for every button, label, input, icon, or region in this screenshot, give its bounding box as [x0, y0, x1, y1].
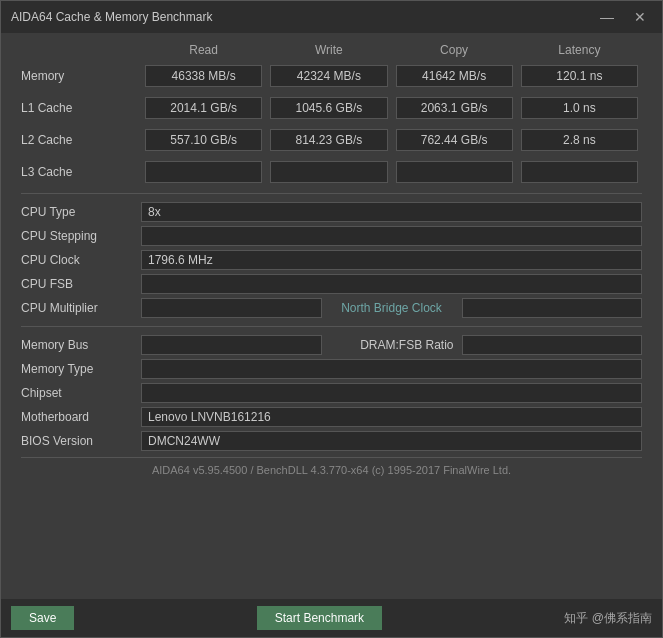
- l1-latency-value: 1.0 ns: [521, 97, 638, 119]
- memory-write-value: 42324 MB/s: [270, 65, 387, 87]
- l1-copy-cell: 2063.1 GB/s: [396, 97, 513, 119]
- memory-read-cell: 46338 MB/s: [145, 65, 262, 87]
- memory-copy-value: 41642 MB/s: [396, 65, 513, 87]
- cpu-stepping-row: CPU Stepping: [21, 226, 642, 246]
- table-headers: Read Write Copy Latency: [21, 43, 642, 61]
- header-copy: Copy: [392, 43, 517, 57]
- l1-copy-value: 2063.1 GB/s: [396, 97, 513, 119]
- l1-read-cell: 2014.1 GB/s: [145, 97, 262, 119]
- l2-copy-value: 762.44 GB/s: [396, 129, 513, 151]
- north-bridge-clock-value: [462, 298, 643, 318]
- bios-version-value: DMCN24WW: [141, 431, 642, 451]
- bios-version-row: BIOS Version DMCN24WW: [21, 431, 642, 451]
- bottom-left-controls: Save: [11, 606, 82, 630]
- l1-label: L1 Cache: [21, 101, 141, 115]
- save-button[interactable]: Save: [11, 606, 74, 630]
- memory-label: Memory: [21, 69, 141, 83]
- memory-latency-cell: 120.1 ns: [521, 65, 638, 87]
- bottom-bar: Save Start Benchmark 知乎 @佛系指南: [1, 599, 662, 637]
- l3-write-cell: [270, 161, 387, 183]
- cpu-fsb-label: CPU FSB: [21, 277, 141, 291]
- table-row-l3: L3 Cache: [21, 161, 642, 183]
- divider-1: [21, 193, 642, 194]
- memory-bus-row: Memory Bus DRAM:FSB Ratio: [21, 335, 642, 355]
- motherboard-value: Lenovo LNVNB161216: [141, 407, 642, 427]
- motherboard-label: Motherboard: [21, 410, 141, 424]
- close-button[interactable]: ✕: [628, 8, 652, 26]
- header-write: Write: [266, 43, 391, 57]
- memory-read-value: 46338 MB/s: [145, 65, 262, 87]
- north-bridge-clock-label: North Bridge Clock: [322, 301, 462, 315]
- motherboard-row: Motherboard Lenovo LNVNB161216: [21, 407, 642, 427]
- l3-read-cell: [145, 161, 262, 183]
- cpu-type-row: CPU Type 8x: [21, 202, 642, 222]
- l3-label: L3 Cache: [21, 165, 141, 179]
- main-window: AIDA64 Cache & Memory Benchmark — ✕ Read…: [0, 0, 663, 638]
- content-area: Read Write Copy Latency Memory 46338 MB/…: [1, 33, 662, 599]
- cpu-fsb-value: [141, 274, 642, 294]
- l1-read-value: 2014.1 GB/s: [145, 97, 262, 119]
- cpu-clock-value: 1796.6 MHz: [141, 250, 642, 270]
- memory-type-row: Memory Type: [21, 359, 642, 379]
- cpu-stepping-label: CPU Stepping: [21, 229, 141, 243]
- memory-write-cell: 42324 MB/s: [270, 65, 387, 87]
- header-read: Read: [141, 43, 266, 57]
- cpu-type-value: 8x: [141, 202, 642, 222]
- cpu-multiplier-label: CPU Multiplier: [21, 301, 141, 315]
- l1-latency-cell: 1.0 ns: [521, 97, 638, 119]
- dram-fsb-ratio-label: DRAM:FSB Ratio: [322, 338, 462, 352]
- l2-label: L2 Cache: [21, 133, 141, 147]
- l3-latency-cell: [521, 161, 638, 183]
- header-latency: Latency: [517, 43, 642, 57]
- cpu-fsb-row: CPU FSB: [21, 274, 642, 294]
- memory-bus-value: [141, 335, 322, 355]
- l3-latency-value: [521, 161, 638, 183]
- dram-fsb-ratio-value: [462, 335, 643, 355]
- l3-write-value: [270, 161, 387, 183]
- l2-write-value: 814.23 GB/s: [270, 129, 387, 151]
- chipset-value: [141, 383, 642, 403]
- window-title: AIDA64 Cache & Memory Benchmark: [11, 10, 212, 24]
- cpu-stepping-value: [141, 226, 642, 246]
- watermark-text: 知乎 @佛系指南: [564, 610, 652, 627]
- title-bar: AIDA64 Cache & Memory Benchmark — ✕: [1, 1, 662, 33]
- l2-latency-cell: 2.8 ns: [521, 129, 638, 151]
- l2-write-cell: 814.23 GB/s: [270, 129, 387, 151]
- l3-copy-cell: [396, 161, 513, 183]
- l2-copy-cell: 762.44 GB/s: [396, 129, 513, 151]
- info-section: CPU Type 8x CPU Stepping CPU Clock 1796.…: [21, 202, 642, 451]
- cpu-multiplier-value: [141, 298, 322, 318]
- start-benchmark-button[interactable]: Start Benchmark: [257, 606, 382, 630]
- minimize-button[interactable]: —: [594, 8, 620, 26]
- memory-type-value: [141, 359, 642, 379]
- memory-copy-cell: 41642 MB/s: [396, 65, 513, 87]
- header-label-col: [21, 43, 141, 57]
- cpu-type-label: CPU Type: [21, 205, 141, 219]
- cpu-clock-label: CPU Clock: [21, 253, 141, 267]
- chipset-label: Chipset: [21, 386, 141, 400]
- divider-2: [21, 326, 642, 327]
- table-row-l2: L2 Cache 557.10 GB/s 814.23 GB/s 762.44 …: [21, 129, 642, 151]
- table-row-l1: L1 Cache 2014.1 GB/s 1045.6 GB/s 2063.1 …: [21, 97, 642, 119]
- memory-latency-value: 120.1 ns: [521, 65, 638, 87]
- footer-info: AIDA64 v5.95.4500 / BenchDLL 4.3.770-x64…: [21, 457, 642, 482]
- chipset-row: Chipset: [21, 383, 642, 403]
- title-bar-controls: — ✕: [594, 8, 652, 26]
- table-row-memory: Memory 46338 MB/s 42324 MB/s 41642 MB/s …: [21, 65, 642, 87]
- l2-read-value: 557.10 GB/s: [145, 129, 262, 151]
- memory-type-label: Memory Type: [21, 362, 141, 376]
- cpu-clock-row: CPU Clock 1796.6 MHz: [21, 250, 642, 270]
- l1-write-cell: 1045.6 GB/s: [270, 97, 387, 119]
- l3-read-value: [145, 161, 262, 183]
- l1-write-value: 1045.6 GB/s: [270, 97, 387, 119]
- cpu-multiplier-row: CPU Multiplier North Bridge Clock: [21, 298, 642, 318]
- memory-bus-label: Memory Bus: [21, 338, 141, 352]
- l2-latency-value: 2.8 ns: [521, 129, 638, 151]
- bios-version-label: BIOS Version: [21, 434, 141, 448]
- l2-read-cell: 557.10 GB/s: [145, 129, 262, 151]
- l3-copy-value: [396, 161, 513, 183]
